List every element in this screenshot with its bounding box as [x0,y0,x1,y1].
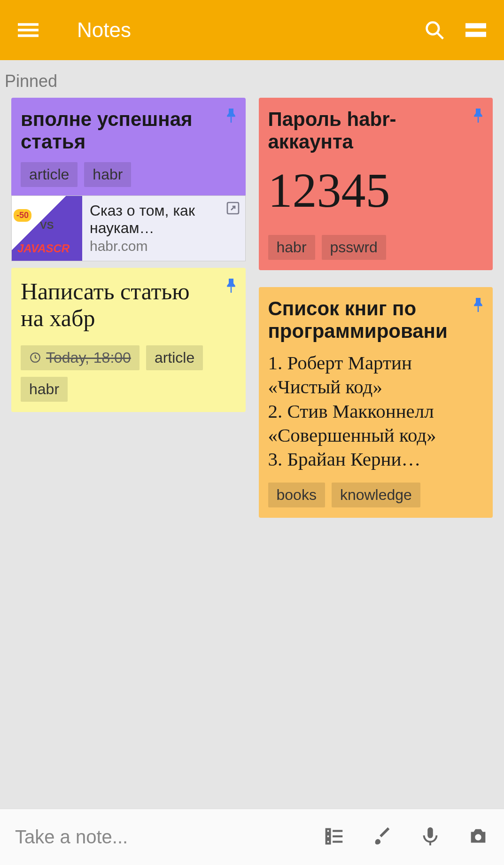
note-tags: Today, 18:00 article habr [21,345,236,402]
new-photo-button[interactable] [467,826,489,849]
brush-icon [372,826,393,847]
thumb-js-text: JAVASCR [17,242,70,255]
link-domain: habr.com [90,238,238,254]
page-title: Notes [77,18,404,42]
new-voice-button[interactable] [419,826,441,849]
list-view-icon [465,20,486,40]
tag-chip[interactable]: books [268,483,325,507]
note-tags: article habr [21,162,236,187]
note-card[interactable]: вполне успешная статья article habr -50 … [11,98,246,251]
notes-column-right: Пароль habr-аккаунта 12345 habr psswrd С… [259,98,493,518]
notes-grid: вполне успешная статья article habr -50 … [0,98,504,518]
take-note-input[interactable]: Take a note... [15,826,297,848]
checklist-icon [324,826,345,847]
search-button[interactable] [423,19,446,41]
menu-button[interactable] [17,19,39,41]
pin-icon [471,296,485,315]
note-body: 12345 [268,162,484,218]
svg-rect-12 [478,306,479,312]
note-title: вполне успешная статья [21,108,236,154]
svg-rect-9 [230,287,232,293]
note-body: 1. Роберт Мартин «Чистый код» 2. Стив Ма… [268,351,484,471]
clock-icon [29,351,41,364]
reminder-text: Today, 18:00 [46,349,131,366]
thumb-badge: -50 [14,209,31,222]
svg-point-3 [427,23,439,35]
svg-rect-7 [230,117,232,123]
note-card[interactable]: Написать статью на хабр Today, 18:00 art… [11,268,246,412]
tag-chip[interactable]: article [21,162,78,187]
tag-chip[interactable]: knowledge [332,483,420,507]
link-thumbnail: -50 VS JAVASCR [12,196,82,261]
note-tags: habr psswrd [268,235,484,260]
open-link-icon[interactable] [225,201,240,218]
notes-column-left: вполне успешная статья article habr -50 … [11,98,246,518]
note-tags: books knowledge [268,483,484,507]
tag-chip[interactable]: habr [268,235,315,260]
thumb-vs-text: VS [40,219,54,232]
svg-rect-17 [326,840,330,843]
microphone-icon [419,826,441,847]
view-toggle-button[interactable] [465,19,487,41]
tag-chip[interactable]: article [146,345,203,370]
new-list-button[interactable] [324,826,345,849]
search-icon [424,20,445,40]
note-title: Написать статью на хабр [21,278,236,332]
bottom-bar: Take a note... [0,809,504,865]
pin-icon [224,277,238,296]
link-text: Сказ о том, как наукам… habr.com [82,196,245,261]
section-pinned-label: Pinned [0,60,504,98]
hamburger-icon [18,20,39,40]
tag-chip[interactable]: habr [21,377,68,402]
svg-rect-0 [18,23,39,26]
svg-rect-6 [465,32,486,37]
app-header: Notes [0,0,504,60]
note-title: Пароль habr-аккаунта [268,108,484,154]
tag-chip[interactable]: psswrd [322,235,386,260]
pin-icon [471,107,485,126]
svg-rect-19 [427,827,433,838]
note-title: Список книг по программировани [268,297,484,343]
link-title: Сказ о том, как наукам… [90,202,238,237]
reminder-chip[interactable]: Today, 18:00 [21,345,140,370]
svg-rect-2 [18,34,39,37]
svg-rect-15 [326,834,330,838]
note-card[interactable]: Список книг по программировани 1. Роберт… [259,287,493,518]
camera-icon [467,826,489,847]
pin-icon [224,107,238,126]
svg-rect-1 [18,29,39,31]
svg-point-20 [475,834,481,840]
svg-line-4 [437,33,443,39]
new-drawing-button[interactable] [372,826,393,849]
svg-rect-13 [326,829,330,833]
svg-rect-5 [465,23,486,28]
note-card[interactable]: Пароль habr-аккаунта 12345 habr psswrd [259,98,493,270]
tag-chip[interactable]: habr [84,162,131,187]
link-preview[interactable]: -50 VS JAVASCR Сказ о том, как наукам… h… [11,195,246,261]
svg-rect-11 [478,117,479,123]
